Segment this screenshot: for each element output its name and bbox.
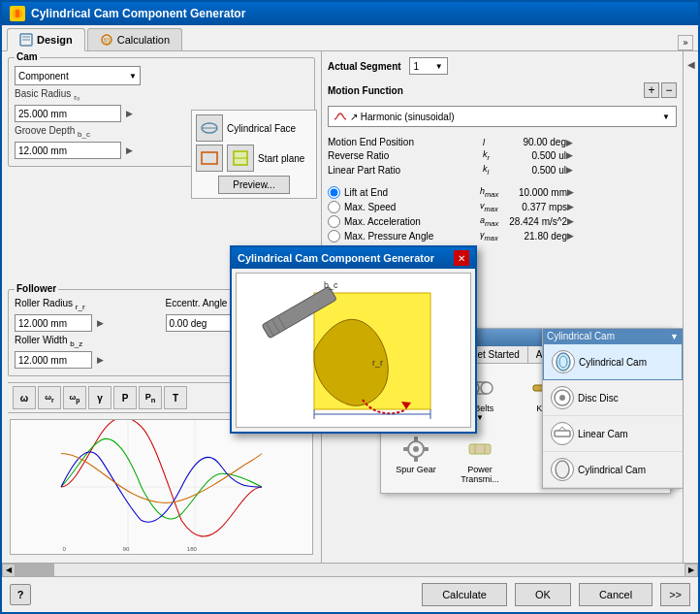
cam-type-row: Component ▼ bbox=[15, 66, 308, 85]
svg-rect-54 bbox=[555, 431, 570, 436]
diagram-area: b_c r_r bbox=[236, 273, 471, 428]
follower-section-title: Follower bbox=[15, 283, 58, 294]
param-arrow-2[interactable]: ▶ bbox=[566, 165, 573, 175]
radio-arrow-0[interactable]: ▶ bbox=[567, 187, 574, 197]
basic-radius-arrow[interactable]: ▶ bbox=[125, 108, 134, 119]
cancel-button[interactable]: Cancel bbox=[579, 583, 652, 606]
start-plane-icon-btn1[interactable] bbox=[196, 145, 223, 172]
cam-right-header: Cylindrical Cam ▼ bbox=[543, 329, 683, 343]
cam-right-item-1[interactable]: Disc Disc bbox=[543, 380, 683, 416]
actual-segment-input[interactable]: 1 ▼ bbox=[409, 57, 448, 75]
svg-point-35 bbox=[481, 382, 493, 394]
cam-right-panel: Cylindrical Cam ▼ Cylindrical Cam Disc D… bbox=[542, 328, 683, 489]
forward-button[interactable]: >> bbox=[660, 583, 690, 606]
ok-button[interactable]: OK bbox=[515, 583, 571, 606]
cylindrical-face-icon-btn[interactable] bbox=[196, 114, 223, 142]
radio-lift-end[interactable] bbox=[328, 186, 340, 199]
radio-value-0: 10.000 mm bbox=[499, 187, 567, 198]
toolbar-btn-omega-r[interactable]: ωr bbox=[38, 386, 61, 409]
radio-row-3: Max. Pressure Angle γmax 21.80 deg ▶ bbox=[328, 230, 677, 242]
roller-width-input[interactable]: 12.000 mm bbox=[15, 351, 92, 369]
roller-width-row: Roller Width b_z bbox=[15, 335, 158, 348]
calculate-button[interactable]: Calculate bbox=[422, 583, 507, 606]
radio-max-pressure[interactable] bbox=[328, 230, 340, 242]
actual-segment-row: Actual Segment 1 ▼ bbox=[328, 57, 677, 75]
basic-radius-input[interactable]: 25.000 mm bbox=[15, 105, 121, 122]
spur-gear-label: Spur Gear bbox=[396, 465, 436, 474]
svg-rect-1 bbox=[16, 10, 19, 17]
roller-radius-input[interactable]: 12.000 mm bbox=[15, 314, 92, 332]
cam-diagram-dialog: Cylindrical Cam Component Generator ✕ bbox=[230, 245, 477, 434]
remove-motion-btn[interactable]: − bbox=[661, 82, 677, 98]
graph-area: 0 90 180 bbox=[10, 419, 313, 555]
roller-width-input-row: 12.000 mm ▶ bbox=[15, 351, 158, 369]
dialog-title-bar: Cylindrical Cam Component Generator ✕ bbox=[232, 247, 475, 269]
follower-left-col: Roller Radius r_r 12.000 mm ▶ bbox=[15, 298, 158, 372]
motion-function-row: Motion Function + − bbox=[328, 82, 677, 98]
cam-right-item-0[interactable]: Cylindrical Cam bbox=[543, 343, 683, 380]
cam-right-label-3: Cylindrical Cam bbox=[578, 465, 646, 475]
svg-text:b_c: b_c bbox=[324, 280, 338, 290]
radio-arrow-3[interactable]: ▶ bbox=[567, 231, 574, 241]
roller-width-arrow[interactable]: ▶ bbox=[96, 354, 105, 366]
groove-depth-sub: b_c bbox=[78, 130, 90, 139]
eccentr-angle-label: Eccentr. Angle α bbox=[166, 298, 235, 311]
help-button[interactable]: ? bbox=[10, 584, 31, 605]
groove-depth-input[interactable]: 12.000 mm bbox=[15, 142, 121, 159]
toolbar-btn-t[interactable]: T bbox=[164, 386, 187, 409]
dialog-close-button[interactable]: ✕ bbox=[454, 250, 469, 266]
cam-right-item-2[interactable]: Linear Cam bbox=[543, 416, 683, 452]
expand-right-btn[interactable]: » bbox=[678, 35, 693, 50]
toolbar-btn-pn[interactable]: Pn bbox=[139, 386, 162, 409]
env-item-power-trans[interactable]: Power Transmi... bbox=[451, 431, 509, 487]
radio-row-1: Max. Speed vmax 0.377 mps ▶ bbox=[328, 201, 677, 213]
preview-button[interactable]: Preview... bbox=[218, 176, 289, 194]
cam-right-icon-2 bbox=[551, 422, 574, 445]
param-row-2: Linear Part Ratio kl 0.500 ul ▶ bbox=[328, 164, 677, 177]
radio-arrow-2[interactable]: ▶ bbox=[567, 216, 574, 226]
calc-tab-icon: f() bbox=[100, 33, 113, 47]
svg-text:r_r: r_r bbox=[372, 358, 383, 368]
cam-type-dropdown[interactable]: Component ▼ bbox=[15, 66, 141, 85]
toolbar-btn-omega-p[interactable]: ωp bbox=[63, 386, 86, 409]
start-plane-icon-btn2[interactable] bbox=[227, 145, 254, 172]
param-row-1: Reverse Ratio kr 0.500 ul ▶ bbox=[328, 149, 677, 162]
h-scroll-right-btn[interactable]: ▶ bbox=[684, 564, 698, 577]
param-arrow-0[interactable]: ▶ bbox=[566, 138, 573, 147]
h-scroll-track bbox=[16, 564, 684, 576]
radio-row-2: Max. Acceleration amax 28.424 m/s^2 ▶ bbox=[328, 215, 677, 228]
svg-rect-45 bbox=[403, 447, 409, 451]
toolbar-btn-omega[interactable]: ω bbox=[13, 386, 36, 409]
tab-design[interactable]: Design bbox=[7, 28, 85, 51]
param-key-0: l bbox=[483, 138, 498, 147]
roller-radius-arrow[interactable]: ▶ bbox=[96, 317, 105, 329]
motion-function-label: Motion Function bbox=[328, 85, 403, 96]
radio-arrow-1[interactable]: ▶ bbox=[567, 202, 574, 211]
env-item-spur-gear[interactable]: Spur Gear bbox=[387, 431, 445, 487]
roller-radius-row: Roller Radius r_r bbox=[15, 298, 158, 311]
right-side-expand: ◀ bbox=[683, 51, 698, 563]
motion-function-dropdown[interactable]: ↗ Harmonic (sinusoidal) ▼ bbox=[328, 106, 677, 127]
groove-depth-arrow[interactable]: ▶ bbox=[125, 145, 134, 156]
expand-up-arrow[interactable]: ◀ bbox=[687, 59, 695, 70]
tab-design-label: Design bbox=[37, 34, 73, 46]
spur-gear-icon bbox=[400, 434, 431, 465]
radio-max-accel[interactable] bbox=[328, 215, 340, 228]
basic-radius-row: Basic Radius r₀ bbox=[15, 88, 308, 102]
cam-right-header-label: Cylindrical Cam bbox=[547, 331, 615, 341]
param-arrow-1[interactable]: ▶ bbox=[566, 150, 573, 160]
add-motion-btn[interactable]: + bbox=[644, 82, 659, 98]
cylindrical-face-label: Cylindrical Face bbox=[227, 123, 296, 134]
svg-point-55 bbox=[556, 461, 569, 478]
h-scroll-left-btn[interactable]: ◀ bbox=[2, 564, 16, 577]
h-scroll-thumb[interactable] bbox=[16, 564, 54, 576]
svg-rect-47 bbox=[469, 444, 491, 454]
motion-function-arrow: ▼ bbox=[662, 113, 670, 121]
svg-text:180: 180 bbox=[187, 545, 198, 552]
toolbar-btn-p[interactable]: P bbox=[113, 386, 137, 409]
design-tab-icon bbox=[19, 33, 33, 47]
cam-right-item-3[interactable]: Cylindrical Cam bbox=[543, 452, 683, 488]
tab-calculation[interactable]: f() Calculation bbox=[87, 28, 182, 50]
radio-max-speed[interactable] bbox=[328, 201, 340, 213]
toolbar-btn-gamma[interactable]: γ bbox=[88, 386, 111, 409]
